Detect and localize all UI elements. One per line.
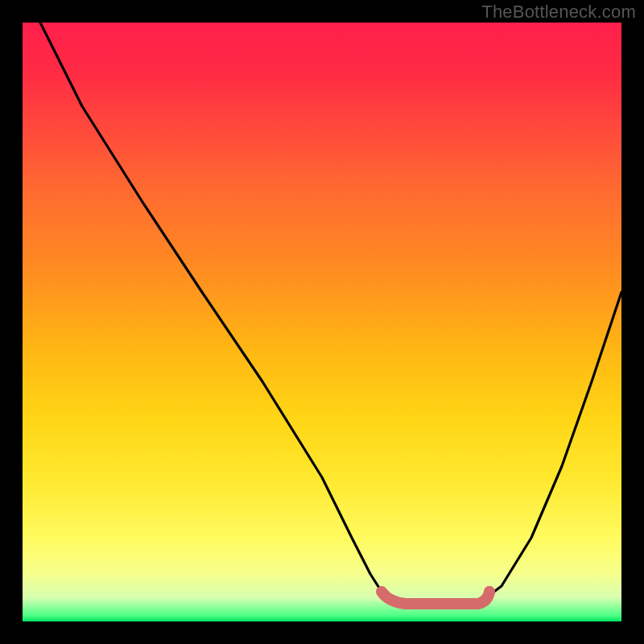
- chart-container: TheBottleneck.com: [0, 0, 644, 644]
- plot-area: [23, 23, 621, 621]
- watermark-text: TheBottleneck.com: [481, 2, 636, 23]
- optimal-range-marker: [382, 592, 489, 604]
- curve-layer: [23, 23, 621, 621]
- optimal-range-end-dot: [484, 586, 495, 597]
- bottleneck-curve: [40, 23, 621, 604]
